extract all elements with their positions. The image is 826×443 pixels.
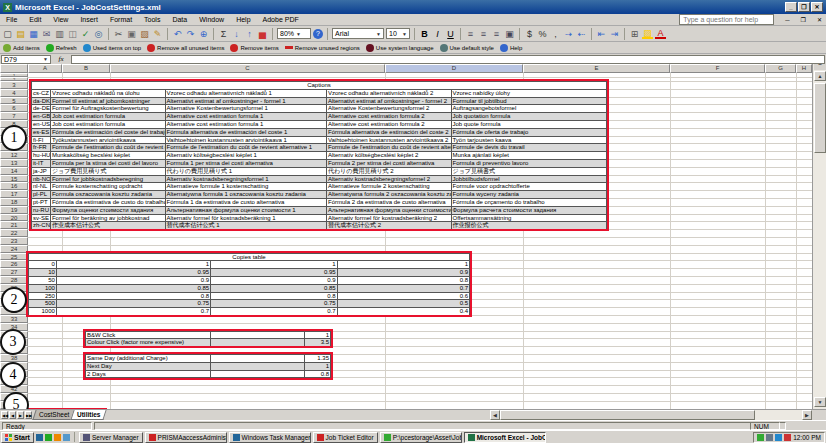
click-label-cell[interactable]: B&W Click <box>86 332 211 340</box>
menu-format[interactable]: Format <box>108 15 134 24</box>
caption-quote-cell[interactable]: ジョブ見積書式 <box>452 168 606 176</box>
click-spacer-cell[interactable] <box>211 332 305 340</box>
row-header-23[interactable]: 23 <box>0 237 28 245</box>
taskbar-button-5[interactable]: P:\pcestorage\Asset\Job... <box>380 432 462 443</box>
caption-quote-cell[interactable]: Vzorec nabídky úlohy <box>452 90 606 98</box>
font-dropdown-icon[interactable]: ▼ <box>376 31 381 37</box>
caption-quote-cell[interactable]: 作业报价公式 <box>452 222 606 230</box>
vertical-split-handle[interactable]: ▔ <box>814 64 826 70</box>
copies-factor3-cell[interactable]: 0.8 <box>338 277 469 285</box>
caption-cell[interactable]: Formel för beräkning av jobbkostnad <box>51 215 166 223</box>
delivery-value-cell[interactable]: 1.35 <box>305 355 330 363</box>
column-header-C[interactable]: C <box>110 64 385 73</box>
increase-decimal-icon[interactable]: ⇢ <box>563 28 574 39</box>
delivery-value-cell[interactable]: 0.8 <box>305 371 330 379</box>
quick-launch-icon-3[interactable] <box>54 434 61 441</box>
taskbar-button-1[interactable]: Server Manager <box>79 432 143 443</box>
column-header-D[interactable]: D <box>385 64 523 73</box>
caption-alt2-cell[interactable]: Vzorec odhadu alternativních nákladů 2 <box>327 90 452 98</box>
copies-factor1-cell[interactable]: 0.75 <box>57 300 211 308</box>
font-size-combobox[interactable]: 10▼ <box>386 28 410 39</box>
underline-icon[interactable]: U <box>445 28 456 39</box>
minimize-button[interactable]: _ <box>785 2 797 12</box>
quick-launch-icon-1[interactable] <box>36 434 43 441</box>
autosum-icon[interactable]: Σ <box>218 28 229 39</box>
hyperlink-icon[interactable]: ⊕ <box>198 28 209 39</box>
decrease-decimal-icon[interactable]: ⇠ <box>576 28 587 39</box>
tray-alert-icon[interactable] <box>784 434 791 441</box>
print-icon[interactable]: ▥ <box>54 28 65 39</box>
cut-icon[interactable]: ✂ <box>113 28 124 39</box>
vertical-scroll-thumb[interactable] <box>814 83 826 153</box>
row-header-15[interactable]: 15 <box>0 175 28 183</box>
custom-toolbar-used-items-on-top[interactable]: Used items on top <box>83 44 141 52</box>
caption-alt2-cell[interactable]: Formula 2 per stima dei costi alternativ… <box>327 160 452 168</box>
caption-alt2-cell[interactable]: Альтернативная формула оценки стоимости … <box>327 207 452 215</box>
locale-code-cell[interactable]: fi-FI <box>32 137 51 145</box>
quick-launch-icon-4[interactable] <box>63 434 70 441</box>
caption-alt2-cell[interactable]: Fórmula alternativa de estimación del co… <box>327 129 452 137</box>
custom-toolbar-use-system-language[interactable]: Use system language <box>366 44 434 52</box>
menu-adobe-pdf[interactable]: Adobe PDF <box>261 15 301 24</box>
copies-factor1-cell[interactable]: 0.85 <box>57 285 211 293</box>
caption-alt1-cell[interactable]: Alternativt estimat af omkostninger - fo… <box>166 98 327 106</box>
caption-alt1-cell[interactable]: Alternative Kostenbewertungsformel 1 <box>166 105 327 113</box>
borders-icon[interactable]: ⊞ <box>629 28 640 39</box>
row-header-7[interactable]: 7 <box>0 112 28 120</box>
fill-color-icon[interactable]: ▨ <box>642 28 653 39</box>
custom-toolbar-help[interactable]: Help <box>500 44 522 52</box>
caption-cell[interactable]: Fórmula da estimativa de custo do trabal… <box>51 199 166 207</box>
align-left-icon[interactable]: ≡ <box>465 28 476 39</box>
caption-quote-cell[interactable]: Offertsammansättning <box>452 215 606 223</box>
click-spacer-cell[interactable] <box>211 339 305 347</box>
locale-code-cell[interactable]: cs-CZ <box>32 90 51 98</box>
custom-toolbar-remove-items[interactable]: Remove items <box>230 44 278 52</box>
open-icon[interactable]: ▤ <box>15 28 26 39</box>
caption-alt2-cell[interactable]: Fórmula 2 da estimativa de custo alterna… <box>327 199 452 207</box>
menu-data[interactable]: Data <box>170 15 189 24</box>
scroll-up-icon[interactable]: ▲ <box>814 71 826 81</box>
copies-factor1-cell[interactable]: 0.9 <box>57 277 211 285</box>
column-header-B[interactable]: B <box>62 64 110 73</box>
menu-view[interactable]: View <box>51 15 70 24</box>
copies-qty-cell[interactable]: 1000 <box>29 308 57 316</box>
caption-alt2-cell[interactable]: Alternative Kostenbewertungsformel 2 <box>327 105 452 113</box>
custom-toolbar-use-default-style[interactable]: Use default style <box>440 44 494 52</box>
locale-code-cell[interactable]: pl-PL <box>32 191 51 199</box>
caption-alt1-cell[interactable]: Alternativ formel för kostnadsberäkning … <box>166 215 327 223</box>
caption-cell[interactable]: Munkaköltség becslési képlet <box>51 152 166 160</box>
locale-code-cell[interactable]: en-US <box>32 121 51 129</box>
prev-sheet-icon[interactable]: ◀ <box>9 411 16 419</box>
copies-factor2-cell[interactable]: 0.9 <box>211 277 337 285</box>
caption-alt1-cell[interactable]: Alternatywna formuła 1 oszacowania koszt… <box>166 191 327 199</box>
custom-toolbar-add-items[interactable]: Add items <box>3 44 40 52</box>
caption-alt1-cell[interactable]: Vzorec odhadu alternativních nákladů 1 <box>166 90 327 98</box>
caption-alt1-cell[interactable]: Alternatív költségbecslési képlet 1 <box>166 152 327 160</box>
caption-alt2-cell[interactable]: Formule de l'estimation du coût de revie… <box>327 144 452 152</box>
row-header-22[interactable]: 22 <box>0 229 28 237</box>
print-preview-icon[interactable]: ◫ <box>67 28 78 39</box>
caption-quote-cell[interactable]: Fórmula de oferta de trabajo <box>452 129 606 137</box>
delivery-value-cell[interactable]: 1 <box>305 363 330 371</box>
quick-launch-icon-2[interactable] <box>45 434 52 441</box>
row-header-28[interactable]: 28 <box>0 276 28 284</box>
sheet-minimize-icon[interactable]: ─ <box>785 17 789 23</box>
copies-qty-cell[interactable]: 10 <box>29 269 57 277</box>
caption-alt2-cell[interactable]: 替代成本估计公式 2 <box>327 222 452 230</box>
copies-qty-cell[interactable]: 500 <box>29 300 57 308</box>
caption-alt1-cell[interactable]: 代わりの費用見積り式 1 <box>166 168 327 176</box>
copies-factor2-cell[interactable]: 0.7 <box>211 308 337 316</box>
row-header-12[interactable]: 12 <box>0 151 28 159</box>
caption-alt2-cell[interactable]: Alternatív költségbecslési képlet 2 <box>327 152 452 160</box>
menu-file[interactable]: File <box>4 15 19 24</box>
copies-factor3-cell[interactable]: 0.9 <box>338 269 469 277</box>
caption-quote-cell[interactable]: Job quotation formula <box>452 113 606 121</box>
caption-alt2-cell[interactable]: Alternativ kostnadsberegningsformel 2 <box>327 176 452 184</box>
caption-cell[interactable]: Formuła oszacowania kosztu zadania <box>51 191 166 199</box>
align-right-icon[interactable]: ≡ <box>491 28 502 39</box>
click-value-cell[interactable]: 1 <box>305 332 330 340</box>
column-header-F[interactable]: F <box>670 64 765 73</box>
delivery-spacer-cell[interactable] <box>211 363 305 371</box>
caption-alt1-cell[interactable]: Vaihtoehtoinen kustannusten arviointikaa… <box>166 137 327 145</box>
copies-factor2-cell[interactable]: 1 <box>211 261 337 269</box>
